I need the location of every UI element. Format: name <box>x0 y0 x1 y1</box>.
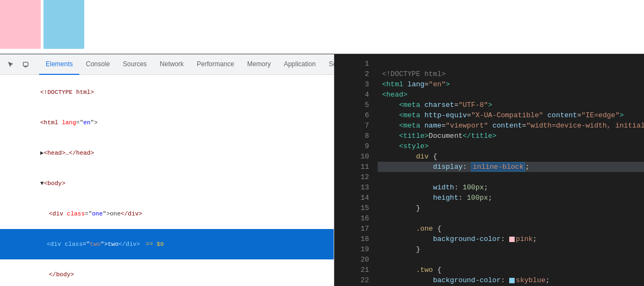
inspect-device-icon[interactable] <box>20 58 33 71</box>
head-tag: <head>…</head> <box>44 150 94 156</box>
select-element-icon[interactable] <box>4 58 17 71</box>
dom-tree: <!DOCTYPE html> <html lang="en"> ▶<head>… <box>0 75 334 286</box>
tab-network[interactable]: Network <box>153 54 190 75</box>
tab-icons <box>2 58 35 71</box>
body-tag: <body> <box>44 180 66 187</box>
line-numbers: 1234567 891011121314 15161718192021 2223… <box>356 54 378 286</box>
expand-arrow[interactable]: ▼ <box>40 180 44 187</box>
preview-box-two <box>43 0 84 49</box>
dom-line-selected[interactable]: <div class="two">two</div> == $0 <box>0 229 334 259</box>
dom-line[interactable]: <div class="one">one</div> <box>0 199 334 229</box>
devtools-panel: Elements Console Sources Network Perform… <box>0 54 334 286</box>
tab-performance[interactable]: Performance <box>190 54 241 75</box>
tab-elements[interactable]: Elements <box>39 54 79 75</box>
tab-application[interactable]: Application <box>277 54 322 75</box>
svg-rect-1 <box>24 66 27 67</box>
color-swatch-pink <box>509 237 515 242</box>
code-lines: <!DOCTYPE html> <html lang="en"> <head> … <box>378 54 644 286</box>
dom-line[interactable]: <html lang="en"> <box>0 107 334 138</box>
code-content: 1234567 891011121314 15161718192021 2223… <box>356 54 644 286</box>
preview-box-one <box>0 0 41 49</box>
tab-sources[interactable]: Sources <box>116 54 153 75</box>
html-open-tag: <html <box>40 119 62 126</box>
tab-memory[interactable]: Memory <box>241 54 277 75</box>
dom-line[interactable]: <!DOCTYPE html> <box>0 77 334 107</box>
inline-highlight: inline-block <box>471 162 526 171</box>
collapse-arrow[interactable]: ▶ <box>40 150 44 156</box>
devtools-tabs: Elements Console Sources Network Perform… <box>0 54 334 75</box>
doctype-tag: <!DOCTYPE html> <box>40 89 94 96</box>
dom-line[interactable]: ▼<body> <box>0 168 334 199</box>
svg-rect-0 <box>23 62 28 66</box>
color-swatch-skyblue <box>509 278 515 283</box>
preview-area: one two <box>0 0 644 54</box>
tab-console[interactable]: Console <box>79 54 116 75</box>
dom-line[interactable]: ▶<head>…</head> <box>0 138 334 168</box>
dom-line[interactable]: </body> <box>0 259 334 286</box>
highlighted-line-10: display: inline-block; <box>378 162 644 172</box>
